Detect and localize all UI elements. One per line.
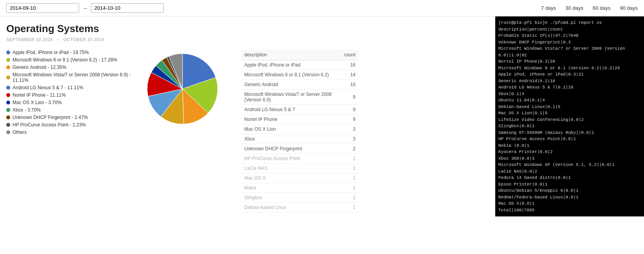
page-title: Operating Systems bbox=[6, 23, 495, 35]
terminal-line: Xbox 360|0.0|3 bbox=[498, 155, 641, 162]
cell-description: Nortel IP Phone bbox=[241, 115, 341, 124]
legend-item: Generic Android - 12.35% bbox=[6, 65, 132, 70]
legend-dot bbox=[6, 108, 10, 112]
legend-dot bbox=[6, 93, 10, 97]
quicklink-30days[interactable]: 30 days bbox=[565, 5, 583, 11]
arrow-icon: → bbox=[82, 5, 88, 11]
legend-label: Microsoft Windows 8 or 8.1 (Version 6.2)… bbox=[13, 57, 117, 63]
table-row: Slingbox1 bbox=[241, 193, 359, 203]
legend-item: Others bbox=[6, 130, 132, 135]
pie-chart bbox=[139, 50, 225, 128]
legend-label: Nortel IP Phone - 11.11% bbox=[13, 92, 66, 98]
legend: Apple iPod, iPhone or iPad - 19.75%Micro… bbox=[6, 50, 132, 137]
date-start-input[interactable] bbox=[6, 3, 79, 13]
cell-description: Debian-based Linux bbox=[241, 203, 341, 213]
table-row: HP ProCurve Access Point1 bbox=[241, 154, 359, 164]
terminal-line: Xbox|0.1|4 bbox=[498, 91, 641, 97]
legend-item: Mac OS X Lion - 3.70% bbox=[6, 100, 132, 105]
legend-dot bbox=[6, 58, 10, 62]
legend-dot bbox=[6, 50, 10, 54]
cell-count: 3 bbox=[341, 124, 359, 134]
legend-label: Microsoft Windows Vista/7 or Server 2008… bbox=[13, 72, 132, 83]
quicklink-7days[interactable]: 7 days bbox=[541, 5, 556, 11]
legend-dot bbox=[6, 76, 10, 79]
terminal-line: Debian-based Linux|0.1|5 bbox=[498, 104, 641, 110]
terminal-line: Nortel IP Phone|0.3|20 bbox=[498, 58, 641, 65]
cell-count: 9 bbox=[341, 115, 359, 124]
terminal-line: Samsung GT-S5690M (Galaxy Ruby)|0.0|1 bbox=[498, 130, 641, 136]
quicklink-60days[interactable]: 60 days bbox=[593, 5, 611, 11]
table-row: Generic Android10 bbox=[241, 80, 359, 90]
cell-description: Slingbox bbox=[241, 193, 341, 203]
cell-count: 1 bbox=[341, 154, 359, 164]
table-row: Mac OS X Lion3 bbox=[241, 124, 359, 134]
terminal-line: Kyocera Printer|0.0|2 bbox=[498, 149, 641, 155]
table-row: Android LG Nexus 5 & 79 bbox=[241, 105, 359, 115]
terminal-line: Ubuntu/Debian 5/Knoppix 6|0.0|1 bbox=[498, 187, 641, 194]
legend-item: Apple iPod, iPhone or iPad - 19.75% bbox=[6, 50, 132, 55]
cell-description: Microsoft Windows Vista/7 or Server 2008… bbox=[241, 90, 341, 105]
legend-item: Xbox - 3.70% bbox=[6, 107, 132, 113]
cell-count: 16 bbox=[341, 60, 359, 70]
legend-label: HP ProCurve Access Point - 1.23% bbox=[13, 122, 86, 128]
legend-dot bbox=[6, 115, 10, 119]
terminal-line: Probable Static IP(s)|97.2|7648 bbox=[498, 32, 641, 39]
terminal-line: Microsoft Windows Vista/7 or Server 2008… bbox=[498, 45, 641, 58]
legend-label: Others bbox=[13, 130, 27, 135]
terminal-line: Mac OS X|0.0|1 bbox=[498, 200, 641, 207]
legend-item: HP ProCurve Access Point - 1.23% bbox=[6, 122, 132, 128]
cell-count: 1 bbox=[341, 183, 359, 193]
terminal-line: Slingbox|0.0|1 bbox=[498, 123, 641, 130]
cell-description: Mac OS X Lion bbox=[241, 124, 341, 134]
table-row: Microsoft Windows Vista/7 or Server 2008… bbox=[241, 90, 359, 105]
date-end-input[interactable] bbox=[91, 3, 164, 13]
data-table: description count Apple iPod, iPhone or … bbox=[241, 50, 359, 213]
table-row: Mac OS X1 bbox=[241, 173, 359, 183]
terminal-line: Fedora 14 based distro|0.0|1 bbox=[498, 175, 641, 181]
terminal-line: HP ProCurve Access Point|0.0|1 bbox=[498, 136, 641, 142]
table-row: Nortel IP Phone9 bbox=[241, 115, 359, 124]
terminal-line: Apple iPod, iPhone or iPad|0.3|21 bbox=[498, 71, 641, 78]
legend-label: Android LG Nexus 5 & 7 - 11.11% bbox=[13, 85, 83, 90]
legend-dot bbox=[6, 101, 10, 104]
cell-description: LaCie NAS bbox=[241, 164, 341, 173]
chart-legend-area: Apple iPod, iPhone or iPad - 19.75%Micro… bbox=[6, 50, 495, 213]
cell-description: HP ProCurve Access Point bbox=[241, 154, 341, 164]
terminal-line: Unknown DHCP Fingerprint|0.3 bbox=[498, 39, 641, 46]
table-row: Microsoft Windows 8 or 8.1 (Version 6.2)… bbox=[241, 70, 359, 80]
legend-item: Microsoft Windows 8 or 8.1 (Version 6.2)… bbox=[6, 57, 132, 63]
terminal-line: Android LG Nexus 5 & 7|0.1|10 bbox=[498, 84, 641, 91]
cell-count: 1 bbox=[341, 164, 359, 173]
cell-count: 1 bbox=[341, 173, 359, 183]
top-bar: → 7 days 30 days 60 days 90 days bbox=[0, 0, 644, 16]
legend-label: Xbox - 3.70% bbox=[13, 107, 41, 113]
quicklink-90days[interactable]: 90 days bbox=[620, 5, 638, 11]
cell-count: 2 bbox=[341, 144, 359, 154]
date-range: → bbox=[6, 3, 164, 13]
terminal-line: Epson Printer|0.0|1 bbox=[498, 181, 641, 188]
legend-label: Apple iPod, iPhone or iPad - 19.75% bbox=[13, 50, 89, 55]
legend-dot bbox=[6, 86, 10, 90]
cell-description: Android LG Nexus 5 & 7 bbox=[241, 105, 341, 115]
legend-item: Microsoft Windows Vista/7 or Server 2008… bbox=[6, 72, 132, 83]
table-row: LaCie NAS1 bbox=[241, 164, 359, 173]
cell-description: Apple iPod, iPhone or iPad bbox=[241, 60, 341, 70]
legend-item: Nortel IP Phone - 11.11% bbox=[6, 92, 132, 98]
terminal-line: Microsoft Windows XP (Version 5.1, 5.2)|… bbox=[498, 162, 641, 168]
cell-description: Generic Android bbox=[241, 80, 341, 90]
quick-links: 7 days 30 days 60 days 90 days bbox=[541, 5, 638, 11]
terminal-line: Generic Android|0.2|18 bbox=[498, 78, 641, 85]
main-content: Operating Systems SEPTEMBER 10 2014 → OC… bbox=[0, 16, 644, 223]
cell-count: 9 bbox=[341, 90, 359, 105]
col-count: count bbox=[341, 50, 359, 60]
terminal-line: Mac OS X Lion|0.1|5 bbox=[498, 110, 641, 117]
table-row: Debian-based Linux1 bbox=[241, 203, 359, 213]
terminal-line: description|percent|count bbox=[498, 26, 641, 33]
legend-label: Unknown DHCP Fingerprint - 2.47% bbox=[13, 115, 88, 120]
legend-item: Unknown DHCP Fingerprint - 2.47% bbox=[6, 115, 132, 120]
table-row: Apple iPod, iPhone or iPad16 bbox=[241, 60, 359, 70]
cell-count: 1 bbox=[341, 203, 359, 213]
cell-count: 9 bbox=[341, 105, 359, 115]
terminal-line: Ubuntu 11.04|0.1|4 bbox=[498, 97, 641, 104]
cell-count: 3 bbox=[341, 134, 359, 144]
